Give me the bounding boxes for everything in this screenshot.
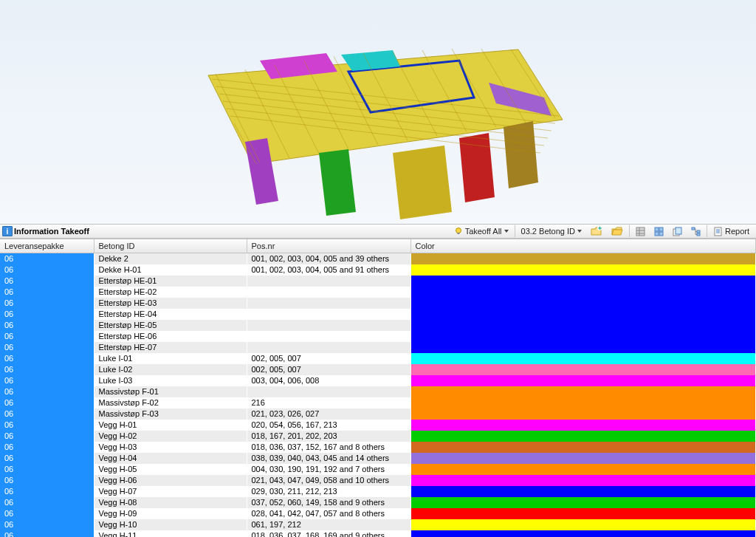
cell-posnr[interactable]: 216 bbox=[247, 397, 410, 408]
cell-betong-id[interactable]: Vegg H-05 bbox=[94, 464, 247, 475]
cell-leveransepakke[interactable]: 06 bbox=[0, 331, 94, 342]
open-folder-button[interactable] bbox=[608, 225, 627, 238]
cell-color[interactable] bbox=[410, 298, 756, 309]
cell-color[interactable] bbox=[410, 442, 756, 453]
cell-posnr[interactable]: 061, 197, 212 bbox=[247, 519, 410, 530]
table-row[interactable]: 06Luke I-01002, 005, 007 bbox=[0, 353, 756, 364]
table-row[interactable]: 06Etterstøp HE-06 bbox=[0, 331, 756, 342]
cell-color[interactable] bbox=[410, 420, 756, 431]
cell-color[interactable] bbox=[410, 320, 756, 331]
table-row[interactable]: 06Massivstøp F-01 bbox=[0, 386, 756, 397]
table-row[interactable]: 06Vegg H-06021, 043, 047, 049, 058 and 1… bbox=[0, 475, 756, 486]
cell-leveransepakke[interactable]: 06 bbox=[0, 453, 94, 464]
cell-color[interactable] bbox=[410, 287, 756, 298]
cell-posnr[interactable]: 038, 039, 040, 043, 045 and 14 others bbox=[247, 453, 410, 464]
cell-betong-id[interactable]: Vegg H-03 bbox=[94, 442, 247, 453]
cell-posnr[interactable] bbox=[247, 276, 410, 287]
grid-view-button[interactable] bbox=[632, 225, 649, 238]
cell-posnr[interactable]: 001, 002, 003, 004, 005 and 91 others bbox=[247, 264, 410, 276]
table-row[interactable]: 06Vegg H-03018, 036, 037, 152, 167 and 8… bbox=[0, 442, 756, 453]
cell-posnr[interactable]: 018, 036, 037, 168, 169 and 9 others bbox=[247, 530, 410, 538]
cell-leveransepakke[interactable]: 06 bbox=[0, 298, 94, 309]
cell-color[interactable] bbox=[410, 264, 756, 276]
cell-posnr[interactable] bbox=[247, 386, 410, 397]
cell-posnr[interactable]: 037, 052, 060, 149, 158 and 9 others bbox=[247, 497, 410, 508]
cell-betong-id[interactable]: Vegg H-10 bbox=[94, 519, 247, 530]
cell-posnr[interactable]: 018, 036, 037, 152, 167 and 8 others bbox=[247, 442, 410, 453]
cell-posnr[interactable] bbox=[247, 298, 410, 309]
cell-color[interactable] bbox=[410, 342, 756, 353]
cell-betong-id[interactable]: Etterstøp HE-06 bbox=[94, 331, 247, 342]
table-row[interactable]: 06Massivstøp F-03021, 023, 026, 027 bbox=[0, 408, 756, 420]
cell-color[interactable] bbox=[410, 397, 756, 408]
cell-leveransepakke[interactable]: 06 bbox=[0, 408, 94, 420]
cell-leveransepakke[interactable]: 06 bbox=[0, 287, 94, 298]
cell-betong-id[interactable]: Vegg H-11 bbox=[94, 530, 247, 538]
cell-betong-id[interactable]: Vegg H-02 bbox=[94, 431, 247, 442]
cell-betong-id[interactable]: Etterstøp HE-01 bbox=[94, 276, 247, 287]
cell-color[interactable] bbox=[410, 386, 756, 397]
cell-leveransepakke[interactable]: 06 bbox=[0, 464, 94, 475]
table-row[interactable]: 06Etterstøp HE-05 bbox=[0, 320, 756, 331]
cell-betong-id[interactable]: Luke I-02 bbox=[94, 364, 247, 375]
cell-posnr[interactable]: 002, 005, 007 bbox=[247, 364, 410, 375]
cell-betong-id[interactable]: Luke I-03 bbox=[94, 375, 247, 386]
table-row[interactable]: 06Vegg H-02018, 167, 201, 202, 203 bbox=[0, 431, 756, 442]
cell-betong-id[interactable]: Luke I-01 bbox=[94, 353, 247, 364]
cell-leveransepakke[interactable]: 06 bbox=[0, 397, 94, 408]
table-row[interactable]: 06Etterstøp HE-04 bbox=[0, 309, 756, 320]
cell-posnr[interactable] bbox=[247, 287, 410, 298]
cell-posnr[interactable]: 028, 041, 042, 047, 057 and 8 others bbox=[247, 508, 410, 519]
table-row[interactable]: 06Vegg H-01020, 054, 056, 167, 213 bbox=[0, 420, 756, 431]
table-row[interactable]: 06Luke I-03003, 004, 006, 008 bbox=[0, 375, 756, 386]
cell-posnr[interactable] bbox=[247, 331, 410, 342]
cell-betong-id[interactable]: Massivstøp F-03 bbox=[94, 408, 247, 420]
cell-posnr[interactable]: 021, 023, 026, 027 bbox=[247, 408, 410, 420]
cell-posnr[interactable] bbox=[247, 309, 410, 320]
cell-color[interactable] bbox=[410, 253, 756, 264]
table-row[interactable]: 06Vegg H-08037, 052, 060, 149, 158 and 9… bbox=[0, 497, 756, 508]
cell-betong-id[interactable]: Vegg H-08 bbox=[94, 497, 247, 508]
cell-betong-id[interactable]: Massivstøp F-01 bbox=[94, 386, 247, 397]
table-row[interactable]: 06Massivstøp F-02216 bbox=[0, 397, 756, 408]
cell-betong-id[interactable]: Vegg H-09 bbox=[94, 508, 247, 519]
preset-dropdown[interactable]: 03.2 Betong ID bbox=[518, 225, 585, 238]
cell-color[interactable] bbox=[410, 309, 756, 320]
cell-leveransepakke[interactable]: 06 bbox=[0, 375, 94, 386]
table-row[interactable]: 06Etterstøp HE-01 bbox=[0, 276, 756, 287]
cell-betong-id[interactable]: Etterstøp HE-03 bbox=[94, 298, 247, 309]
cell-leveransepakke[interactable]: 06 bbox=[0, 386, 94, 397]
cell-color[interactable] bbox=[410, 364, 756, 375]
cell-leveransepakke[interactable]: 06 bbox=[0, 420, 94, 431]
col-header-betong-id[interactable]: Betong ID bbox=[94, 239, 247, 253]
cell-leveransepakke[interactable]: 06 bbox=[0, 309, 94, 320]
table-row[interactable]: 06Etterstøp HE-03 bbox=[0, 298, 756, 309]
cell-betong-id[interactable]: Dekke H-01 bbox=[94, 264, 247, 276]
cell-color[interactable] bbox=[410, 431, 756, 442]
cell-posnr[interactable]: 021, 043, 047, 049, 058 and 10 others bbox=[247, 475, 410, 486]
cell-posnr[interactable]: 029, 030, 211, 212, 213 bbox=[247, 486, 410, 497]
table-row[interactable]: 06Vegg H-11018, 036, 037, 168, 169 and 9… bbox=[0, 530, 756, 538]
cell-leveransepakke[interactable]: 06 bbox=[0, 486, 94, 497]
cell-betong-id[interactable]: Vegg H-06 bbox=[94, 475, 247, 486]
table-row[interactable]: 06Vegg H-10061, 197, 212 bbox=[0, 519, 756, 530]
cell-color[interactable] bbox=[410, 497, 756, 508]
cell-color[interactable] bbox=[410, 508, 756, 519]
cell-leveransepakke[interactable]: 06 bbox=[0, 353, 94, 364]
tree-button[interactable] bbox=[687, 225, 704, 238]
3d-viewport[interactable] bbox=[0, 0, 756, 224]
cell-color[interactable] bbox=[410, 486, 756, 497]
table-row[interactable]: 06Dekke 2001, 002, 003, 004, 005 and 39 … bbox=[0, 253, 756, 264]
cell-color[interactable] bbox=[410, 331, 756, 342]
copy-button[interactable] bbox=[669, 225, 686, 238]
cell-color[interactable] bbox=[410, 453, 756, 464]
cell-leveransepakke[interactable]: 06 bbox=[0, 508, 94, 519]
cell-posnr[interactable]: 020, 054, 056, 167, 213 bbox=[247, 420, 410, 431]
cell-color[interactable] bbox=[410, 464, 756, 475]
cell-betong-id[interactable]: Vegg H-01 bbox=[94, 420, 247, 431]
cell-leveransepakke[interactable]: 06 bbox=[0, 364, 94, 375]
cell-color[interactable] bbox=[410, 408, 756, 420]
table-row[interactable]: 06Vegg H-07029, 030, 211, 212, 213 bbox=[0, 486, 756, 497]
takeoff-table-container[interactable]: Leveransepakke Betong ID Pos.nr Color 06… bbox=[0, 239, 756, 537]
table-row[interactable]: 06Luke I-02002, 005, 007 bbox=[0, 364, 756, 375]
